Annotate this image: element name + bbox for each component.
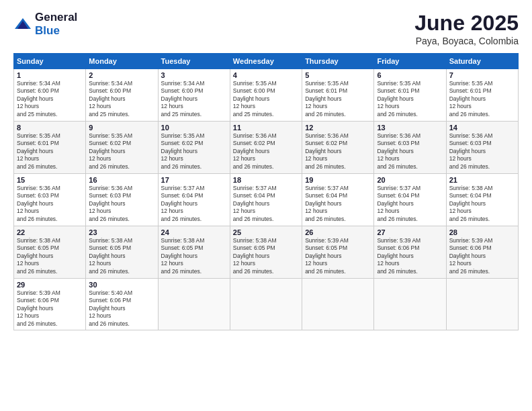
day-info: Sunrise: 5:36 AMSunset: 6:03 PMDaylight … [17, 185, 60, 222]
table-row: 9 Sunrise: 5:35 AMSunset: 6:02 PMDayligh… [86, 122, 158, 174]
day-info: Sunrise: 5:34 AMSunset: 6:00 PMDaylight … [89, 80, 132, 118]
day-info: Sunrise: 5:39 AMSunset: 6:06 PMDaylight … [377, 237, 420, 275]
day-number: 4 [233, 71, 299, 79]
table-row: 16 Sunrise: 5:36 AMSunset: 6:03 PMDaylig… [86, 174, 158, 226]
day-number: 24 [161, 228, 227, 236]
day-number: 25 [233, 228, 299, 236]
day-info: Sunrise: 5:38 AMSunset: 6:05 PMDaylight … [17, 237, 60, 275]
table-row: 5 Sunrise: 5:35 AMSunset: 6:01 PMDayligh… [302, 69, 374, 122]
table-row [230, 279, 302, 330]
table-row: 22 Sunrise: 5:38 AMSunset: 6:05 PMDaylig… [14, 226, 86, 279]
table-row: 24 Sunrise: 5:38 AMSunset: 6:05 PMDaylig… [158, 226, 230, 279]
table-row: 2 Sunrise: 5:34 AMSunset: 6:00 PMDayligh… [86, 69, 158, 122]
day-number: 1 [17, 71, 83, 79]
day-number: 21 [449, 176, 515, 184]
logo-icon [13, 17, 32, 32]
day-number: 15 [17, 176, 83, 184]
table-row: 7 Sunrise: 5:35 AMSunset: 6:01 PMDayligh… [446, 69, 518, 122]
calendar-page: General Blue June 2025 Paya, Boyaca, Col… [0, 0, 532, 411]
day-info: Sunrise: 5:38 AMSunset: 6:05 PMDaylight … [233, 237, 277, 275]
day-info: Sunrise: 5:38 AMSunset: 6:05 PMDaylight … [161, 237, 205, 275]
col-wednesday: Wednesday [230, 54, 302, 69]
day-info: Sunrise: 5:39 AMSunset: 6:06 PMDaylight … [449, 237, 493, 275]
table-row: 6 Sunrise: 5:35 AMSunset: 6:01 PMDayligh… [374, 69, 446, 122]
day-number: 2 [89, 71, 154, 79]
header: General Blue June 2025 Paya, Boyaca, Col… [13, 11, 519, 46]
day-number: 10 [161, 124, 227, 132]
col-friday: Friday [374, 54, 446, 69]
table-row: 10 Sunrise: 5:35 AMSunset: 6:02 PMDaylig… [158, 122, 230, 174]
day-info: Sunrise: 5:35 AMSunset: 6:01 PMDaylight … [449, 80, 493, 118]
day-number: 7 [449, 71, 515, 79]
day-info: Sunrise: 5:36 AMSunset: 6:02 PMDaylight … [233, 132, 277, 170]
day-info: Sunrise: 5:36 AMSunset: 6:03 PMDaylight … [377, 132, 420, 170]
day-number: 8 [17, 124, 83, 132]
table-row: 3 Sunrise: 5:34 AMSunset: 6:00 PMDayligh… [158, 69, 230, 122]
day-info: Sunrise: 5:37 AMSunset: 6:04 PMDaylight … [161, 185, 205, 222]
day-number: 23 [89, 228, 154, 236]
day-number: 20 [377, 176, 443, 184]
table-row: 18 Sunrise: 5:37 AMSunset: 6:04 PMDaylig… [230, 174, 302, 226]
day-number: 22 [17, 228, 83, 236]
table-row: 11 Sunrise: 5:36 AMSunset: 6:02 PMDaylig… [230, 122, 302, 174]
logo-text: General Blue [35, 11, 77, 38]
col-monday: Monday [86, 54, 158, 69]
day-info: Sunrise: 5:36 AMSunset: 6:03 PMDaylight … [89, 185, 132, 222]
day-number: 17 [161, 176, 227, 184]
day-number: 16 [89, 176, 154, 184]
day-info: Sunrise: 5:37 AMSunset: 6:04 PMDaylight … [305, 185, 349, 222]
table-row: 29 Sunrise: 5:39 AMSunset: 6:06 PMDaylig… [14, 279, 86, 330]
col-sunday: Sunday [14, 54, 86, 69]
table-row: 27 Sunrise: 5:39 AMSunset: 6:06 PMDaylig… [374, 226, 446, 279]
day-info: Sunrise: 5:37 AMSunset: 6:04 PMDaylight … [377, 185, 420, 222]
day-number: 18 [233, 176, 299, 184]
day-number: 12 [305, 124, 371, 132]
logo-blue: Blue [35, 24, 60, 37]
table-row: 14 Sunrise: 5:36 AMSunset: 6:03 PMDaylig… [446, 122, 518, 174]
table-row: 23 Sunrise: 5:38 AMSunset: 6:05 PMDaylig… [86, 226, 158, 279]
table-row: 8 Sunrise: 5:35 AMSunset: 6:01 PMDayligh… [14, 122, 86, 174]
day-number: 26 [305, 228, 371, 236]
day-info: Sunrise: 5:38 AMSunset: 6:05 PMDaylight … [89, 237, 132, 275]
day-info: Sunrise: 5:35 AMSunset: 6:01 PMDaylight … [305, 80, 349, 118]
day-number: 19 [305, 176, 371, 184]
table-row [158, 279, 230, 330]
col-tuesday: Tuesday [158, 54, 230, 69]
logo-general: General [35, 11, 77, 24]
day-number: 5 [305, 71, 371, 79]
day-number: 27 [377, 228, 443, 236]
calendar-subtitle: Paya, Boyaca, Colombia [414, 36, 519, 46]
day-info: Sunrise: 5:37 AMSunset: 6:04 PMDaylight … [233, 185, 277, 222]
day-number: 30 [89, 281, 154, 289]
day-number: 14 [449, 124, 515, 132]
day-info: Sunrise: 5:40 AMSunset: 6:06 PMDaylight … [89, 289, 132, 327]
table-row: 15 Sunrise: 5:36 AMSunset: 6:03 PMDaylig… [14, 174, 86, 226]
table-row: 25 Sunrise: 5:38 AMSunset: 6:05 PMDaylig… [230, 226, 302, 279]
day-info: Sunrise: 5:34 AMSunset: 6:00 PMDaylight … [161, 80, 205, 118]
table-row: 26 Sunrise: 5:39 AMSunset: 6:05 PMDaylig… [302, 226, 374, 279]
table-row: 12 Sunrise: 5:36 AMSunset: 6:02 PMDaylig… [302, 122, 374, 174]
table-row: 13 Sunrise: 5:36 AMSunset: 6:03 PMDaylig… [374, 122, 446, 174]
day-info: Sunrise: 5:36 AMSunset: 6:03 PMDaylight … [449, 132, 493, 170]
day-number: 29 [17, 281, 83, 289]
day-number: 28 [449, 228, 515, 236]
table-row: 20 Sunrise: 5:37 AMSunset: 6:04 PMDaylig… [374, 174, 446, 226]
day-info: Sunrise: 5:38 AMSunset: 6:04 PMDaylight … [449, 185, 493, 222]
table-row: 17 Sunrise: 5:37 AMSunset: 6:04 PMDaylig… [158, 174, 230, 226]
table-row: 1 Sunrise: 5:34 AMSunset: 6:00 PMDayligh… [14, 69, 86, 122]
header-row: Sunday Monday Tuesday Wednesday Thursday… [14, 54, 519, 69]
table-row: 4 Sunrise: 5:35 AMSunset: 6:00 PMDayligh… [230, 69, 302, 122]
day-info: Sunrise: 5:34 AMSunset: 6:00 PMDaylight … [17, 80, 60, 118]
table-row [302, 279, 374, 330]
title-block: June 2025 Paya, Boyaca, Colombia [414, 11, 519, 46]
table-row: 28 Sunrise: 5:39 AMSunset: 6:06 PMDaylig… [446, 226, 518, 279]
day-number: 6 [377, 71, 443, 79]
day-info: Sunrise: 5:36 AMSunset: 6:02 PMDaylight … [305, 132, 349, 170]
day-number: 9 [89, 124, 154, 132]
calendar-title: June 2025 [414, 11, 519, 36]
col-saturday: Saturday [446, 54, 518, 69]
table-row: 21 Sunrise: 5:38 AMSunset: 6:04 PMDaylig… [446, 174, 518, 226]
table-row: 19 Sunrise: 5:37 AMSunset: 6:04 PMDaylig… [302, 174, 374, 226]
table-row: 30 Sunrise: 5:40 AMSunset: 6:06 PMDaylig… [86, 279, 158, 330]
table-row [374, 279, 446, 330]
